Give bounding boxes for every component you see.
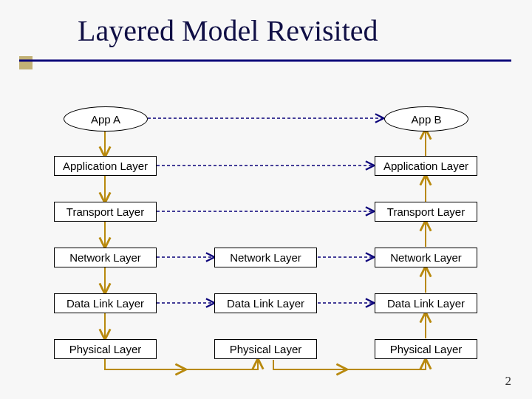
- left-network-layer: Network Layer: [54, 248, 157, 267]
- right-application-layer: Application Layer: [375, 156, 477, 176]
- left-datalink-layer: Data Link Layer: [54, 293, 157, 313]
- mid-physical-layer: Physical Layer: [214, 339, 317, 359]
- right-datalink-layer: Data Link Layer: [375, 293, 477, 313]
- left-physical-layer: Physical Layer: [54, 339, 157, 359]
- app-b-ellipse: App B: [384, 106, 468, 132]
- right-transport-layer: Transport Layer: [375, 202, 477, 222]
- mid-network-layer: Network Layer: [214, 248, 317, 267]
- left-transport-layer: Transport Layer: [54, 202, 157, 222]
- slide-number: 2: [505, 374, 512, 389]
- right-physical-layer: Physical Layer: [375, 339, 477, 359]
- slide-title: Layered Model Revisited: [78, 13, 378, 48]
- app-a-ellipse: App A: [64, 106, 148, 132]
- left-application-layer: Application Layer: [54, 156, 157, 176]
- svg-rect-0: [19, 56, 33, 69]
- mid-datalink-layer: Data Link Layer: [214, 293, 317, 313]
- right-network-layer: Network Layer: [375, 248, 477, 267]
